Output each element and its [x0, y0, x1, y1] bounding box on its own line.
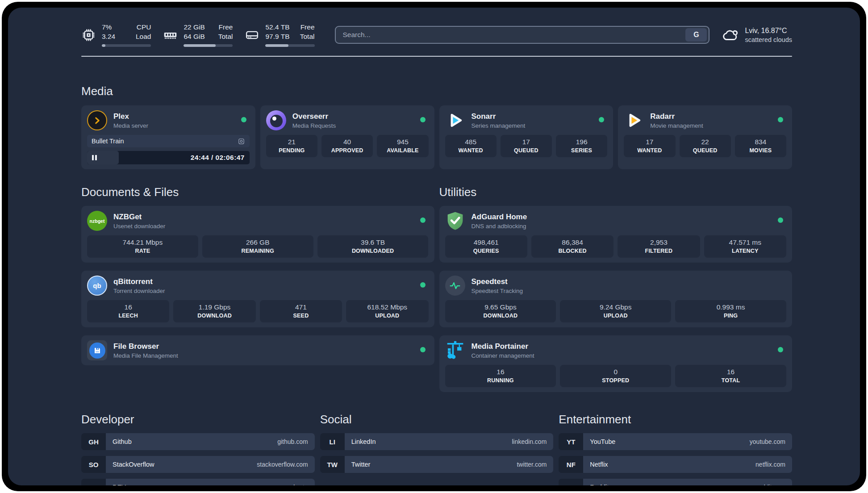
ram-total-label: Total	[217, 32, 233, 42]
stat-box: 9.65 GbpsDOWNLOAD	[445, 300, 556, 322]
search-engine-button[interactable]: G	[685, 28, 707, 42]
app-description: Media server	[113, 122, 148, 129]
stat-box: 47.571 msLATENCY	[704, 235, 786, 258]
stat-box: 86,384BLOCKED	[531, 235, 613, 258]
app-name: Overseerr	[292, 112, 336, 121]
disk-free-value: 52.4 TB	[265, 23, 289, 32]
speedtest-card[interactable]: Speedtest Speedtest Tracking 9.65 GbpsDO…	[439, 271, 793, 327]
link-url: github.com	[277, 438, 308, 445]
ram-icon	[163, 28, 178, 42]
link-netflix[interactable]: NF Netflixnetflix.com	[559, 456, 792, 473]
weather-location-temp: Lviv, 16.87°C	[745, 27, 792, 35]
now-playing-bar: Bullet Train	[87, 135, 250, 147]
stat-box: 834MOVIES	[735, 135, 786, 157]
app-description: Container management	[472, 352, 534, 359]
cpu-load-label: Load	[136, 32, 151, 42]
nzbget-icon: nzbget	[87, 211, 107, 231]
social-links-column: Social LI LinkedInlinkedin.com TW Twitte…	[320, 413, 554, 485]
link-abbr: RE	[559, 479, 583, 485]
stat-box: 945AVAILABLE	[377, 135, 428, 157]
stat-box: 1.19 GbpsDOWNLOAD	[173, 300, 255, 322]
status-online-dot	[778, 347, 783, 352]
link-dev[interactable]: DT DEVdev.to	[81, 479, 315, 485]
app-name: NZBGet	[113, 213, 165, 221]
section-title-utilities: Utilities	[439, 185, 793, 199]
link-abbr: YT	[559, 433, 583, 450]
status-online-dot	[420, 117, 426, 122]
link-reddit[interactable]: RE Redditreddit.com	[559, 479, 792, 485]
cloud-icon	[723, 27, 739, 43]
stat-box: 498,461QUERIES	[445, 235, 527, 258]
weather-condition: scattered clouds	[745, 36, 792, 43]
adguard-icon	[445, 211, 465, 231]
header-divider	[81, 56, 792, 57]
stat-box: 21PENDING	[266, 135, 317, 157]
stat-box: 17QUEUED	[501, 135, 552, 157]
app-name: Media Portainer	[472, 342, 534, 351]
window-frame: 7% 3.24 CPU Load	[2, 2, 866, 491]
disk-stat-group: 52.4 TB 97.9 TB Free Total	[245, 23, 314, 47]
sonarr-card[interactable]: Sonarr Series management 485WANTED 17QUE…	[439, 105, 613, 169]
stat-box: 485WANTED	[445, 135, 497, 157]
link-stackoverflow[interactable]: SO StackOverflowstackoverflow.com	[81, 456, 315, 473]
qbittorrent-icon: qb	[87, 276, 107, 296]
link-twitter[interactable]: TW Twittertwitter.com	[320, 456, 554, 473]
sonarr-icon	[445, 110, 465, 130]
media-cards-row: Plex Media server Bullet Train 24:44 / 0…	[81, 105, 792, 169]
status-online-dot	[420, 217, 426, 223]
app-description: Speedtest Tracking	[472, 288, 523, 294]
app-description: DNS and adblocking	[472, 223, 527, 230]
disk-total-label: Total	[300, 32, 315, 42]
search-input[interactable]	[342, 30, 686, 39]
link-linkedin[interactable]: LI LinkedInlinkedin.com	[320, 433, 554, 450]
stat-box: 196SERIES	[556, 135, 607, 157]
cpu-icon	[81, 28, 96, 42]
cpu-stat-group: 7% 3.24 CPU Load	[81, 23, 151, 47]
portainer-card[interactable]: Media Portainer Container management 16R…	[439, 335, 793, 392]
dashboard: 7% 3.24 CPU Load	[8, 8, 860, 485]
app-name: Speedtest	[472, 277, 523, 286]
section-title-social: Social	[320, 413, 554, 426]
link-abbr: GH	[81, 433, 106, 450]
stat-box: 0STOPPED	[560, 365, 671, 387]
overseerr-card[interactable]: Overseerr Media Requests 21PENDING 40APP…	[260, 105, 434, 169]
plex-card[interactable]: Plex Media server Bullet Train 24:44 / 0…	[81, 105, 255, 169]
stat-box: 22QUEUED	[680, 135, 731, 157]
developer-links-column: Developer GH Githubgithub.com SO StackOv…	[81, 413, 315, 485]
link-name: Twitter	[351, 461, 371, 468]
stat-box: 16RUNNING	[445, 365, 556, 387]
app-name: AdGuard Home	[472, 213, 527, 221]
ram-stat-group: 22 GiB 64 GiB Free Total	[163, 23, 233, 47]
link-name: LinkedIn	[351, 438, 376, 445]
pause-icon[interactable]	[92, 155, 97, 160]
filebrowser-card[interactable]: File Browser Media File Management	[81, 335, 434, 365]
link-abbr: TW	[320, 456, 345, 473]
stat-box: 9.24 GbpsUPLOAD	[560, 300, 671, 322]
stat-box: 16LEECH	[87, 300, 169, 322]
link-github[interactable]: GH Githubgithub.com	[81, 433, 315, 450]
overseerr-icon	[266, 110, 286, 130]
ram-progress-bar	[184, 44, 233, 47]
link-abbr: NF	[559, 456, 583, 473]
link-url: twitter.com	[517, 461, 547, 468]
playback-time: 24:44 / 02:06:47	[191, 154, 250, 162]
stat-box: 266 GBREMAINING	[202, 235, 313, 258]
link-url: youtube.com	[750, 438, 785, 445]
plex-icon	[87, 110, 107, 130]
link-youtube[interactable]: YT YouTubeyoutube.com	[559, 433, 792, 450]
app-description: Series management	[472, 122, 526, 129]
adguard-card[interactable]: AdGuard Home DNS and adblocking 498,461Q…	[439, 206, 793, 263]
status-online-dot	[778, 117, 783, 122]
link-name: DEV	[113, 484, 126, 485]
qbittorrent-card[interactable]: qb qBittorrent Torrent downloader 16LEEC…	[81, 271, 434, 327]
portainer-icon	[445, 340, 465, 360]
weather-widget: Lviv, 16.87°C scattered clouds	[723, 27, 792, 43]
nzbget-card[interactable]: nzbget NZBGet Usenet downloader 744.21 M…	[81, 206, 434, 263]
stat-box: 2,953FILTERED	[618, 235, 700, 258]
app-name: Radarr	[650, 112, 703, 121]
app-description: Movie management	[650, 122, 703, 129]
app-name: File Browser	[113, 342, 178, 351]
radarr-card[interactable]: Radarr Movie management 17WANTED 22QUEUE…	[618, 105, 792, 169]
link-name: YouTube	[590, 438, 615, 445]
link-url: dev.to	[292, 484, 308, 485]
